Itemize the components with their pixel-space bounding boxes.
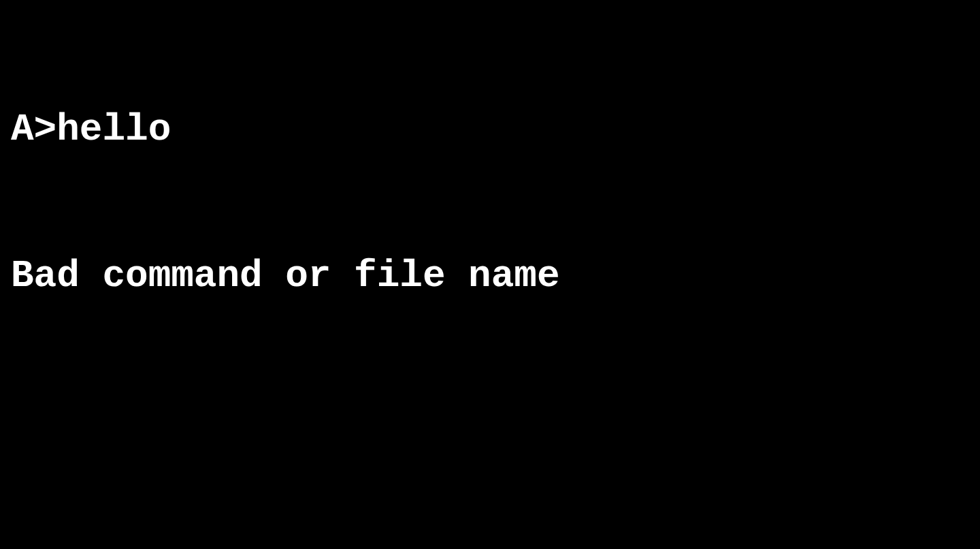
response-line: Bad command or file name [11, 252, 969, 301]
blank-line [11, 398, 969, 448]
command-line: A>hello [11, 106, 969, 155]
terminal-screen[interactable]: A>hello Bad command or file name A>menu … [11, 8, 969, 549]
command-text: hello [56, 108, 171, 151]
command-line: A>menu [11, 545, 969, 549]
prompt-text: A> [11, 108, 56, 151]
response-text: Bad command or file name [11, 254, 560, 298]
